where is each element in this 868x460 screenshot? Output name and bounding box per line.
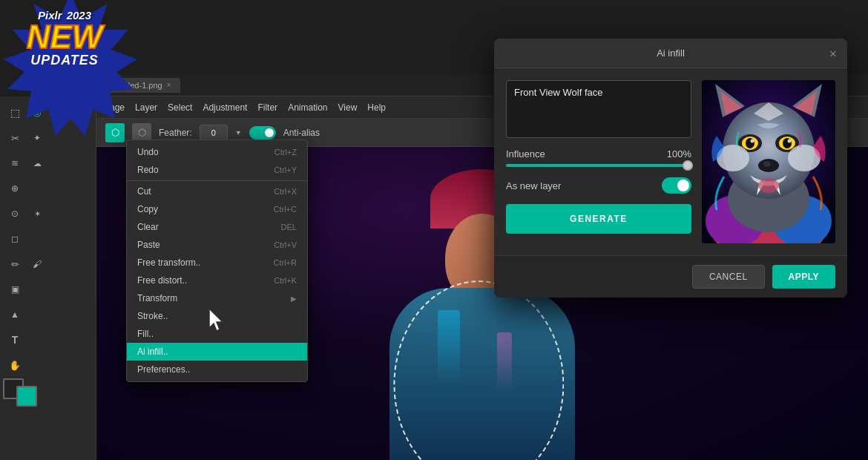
globe-tool-icon[interactable]: ⊙ [4, 203, 25, 224]
badge-updates-label: UPDATES [5, 53, 124, 68]
menu-item-preferences[interactable]: Preferences.. [127, 361, 307, 378]
influence-label: Influence [506, 148, 545, 160]
dialog-controls: Front View Wolf face Influence 100% As n… [506, 80, 691, 243]
dialog-titlebar: Ai infill × [494, 39, 847, 68]
fill-tool-icon[interactable]: ▣ [4, 279, 25, 300]
pixlr-badge: Pixlr 2023 NEW UPDATES [0, 0, 152, 152]
menu-item-free-transform[interactable]: Free transform.. Ctrl+R [127, 254, 307, 272]
menu-select[interactable]: Select [168, 102, 192, 113]
influence-slider-fill [506, 164, 691, 167]
new-layer-row: As new layer [506, 177, 691, 194]
antialias-label: Anti-alias [283, 128, 320, 138]
tool-row-3: ≋ ☁ [3, 151, 93, 175]
tool-row-5: ⊙ ✶ [3, 202, 93, 226]
menu-view[interactable]: View [338, 102, 358, 113]
tool-row-11: ✋ [3, 353, 93, 377]
tool-row-4: ⊕ [3, 177, 93, 200]
tool-row-9: ▲ [3, 303, 93, 326]
jacket-highlight-1 [438, 310, 460, 384]
influence-slider-track[interactable] [506, 164, 691, 167]
wolf-illustration [702, 80, 835, 243]
cursor-svg [209, 309, 230, 334]
svg-point-25 [758, 178, 779, 193]
influence-slider-thumb[interactable] [683, 160, 693, 171]
paint-tool-icon[interactable]: 🖌 [27, 254, 47, 275]
jacket-highlight-2 [497, 332, 512, 392]
blur-tool-icon[interactable]: ≋ [4, 153, 25, 174]
dialog-title: Ai infill [657, 47, 685, 59]
new-layer-toggle[interactable] [662, 177, 691, 194]
ai-infill-dialog: Ai infill × Front View Wolf face Influen… [494, 39, 847, 298]
clone-tool-icon[interactable]: ⊕ [4, 178, 25, 199]
influence-value: 100% [667, 148, 691, 160]
badge-text-content: Pixlr 2023 NEW UPDATES [5, 10, 124, 68]
menu-item-ai-infill[interactable]: Ai infill.. [127, 343, 307, 361]
shape-tool-icon[interactable]: ▲ [4, 304, 25, 325]
menu-item-clear[interactable]: Clear DEL [127, 218, 307, 236]
woman-jacket [389, 288, 575, 460]
prompt-textarea[interactable]: Front View Wolf face [506, 80, 691, 138]
filter-tool-icon[interactable]: ✶ [27, 203, 47, 224]
menu-item-undo[interactable]: Undo Ctrl+Z [127, 143, 307, 161]
feather-down-arrow: ▼ [235, 129, 242, 137]
context-separator-1 [127, 180, 307, 181]
menu-help[interactable]: Help [367, 102, 386, 113]
dialog-body: Front View Wolf face Influence 100% As n… [494, 68, 847, 255]
generate-button[interactable]: GENERATE [506, 204, 691, 234]
background-color-swatch[interactable] [16, 386, 37, 407]
influence-section: Influence 100% [506, 148, 691, 167]
menu-adjustment[interactable]: Adjustment [203, 102, 247, 113]
hand-tool-icon[interactable]: ✋ [4, 355, 25, 375]
antialias-toggle[interactable] [249, 126, 276, 139]
brush-tool-icon[interactable]: ✏ [4, 254, 25, 275]
new-layer-label: As new layer [506, 180, 561, 191]
smudge-tool-icon[interactable]: ☁ [27, 153, 47, 174]
svg-point-22 [763, 161, 771, 167]
menu-item-cut[interactable]: Cut Ctrl+X [127, 183, 307, 200]
cursor-pointer [209, 309, 230, 337]
menu-item-transform[interactable]: Transform ▶ [127, 289, 307, 307]
menu-item-paste[interactable]: Paste Ctrl+V [127, 236, 307, 254]
text-tool-icon[interactable]: T [4, 329, 25, 350]
feather-input[interactable] [200, 125, 228, 141]
menu-animation[interactable]: Animation [288, 102, 327, 113]
tool-row-7: ✏ 🖌 [3, 252, 93, 276]
dialog-footer: CANCEL APPLY [494, 255, 847, 298]
menu-item-free-distort[interactable]: Free distort.. Ctrl+K [127, 272, 307, 289]
menu-item-redo[interactable]: Redo Ctrl+Y [127, 161, 307, 179]
menu-item-copy[interactable]: Copy Ctrl+C [127, 200, 307, 218]
wolf-preview-container [702, 80, 835, 243]
tab-close-icon[interactable]: × [167, 81, 171, 89]
svg-marker-0 [209, 309, 223, 331]
tool-row-color [3, 378, 47, 408]
svg-point-18 [788, 139, 792, 143]
badge-new-label: NEW [5, 22, 124, 52]
tool-row-10: T [3, 328, 93, 352]
context-menu: Undo Ctrl+Z Redo Ctrl+Y Cut Ctrl+X Copy … [126, 139, 308, 382]
menu-filter[interactable]: Filter [257, 102, 277, 113]
eraser-tool-icon[interactable]: ◻ [4, 229, 25, 249]
apply-button[interactable]: APPLY [772, 265, 835, 289]
cancel-button[interactable]: CANCEL [692, 265, 765, 289]
influence-row: Influence 100% [506, 148, 691, 160]
feather-label: Feather: [159, 128, 192, 138]
tool-row-8: ▣ [3, 277, 93, 301]
toggle-thumb [677, 180, 689, 191]
svg-point-17 [751, 139, 754, 143]
tool-row-6: ◻ [3, 227, 93, 251]
dialog-close-button[interactable]: × [829, 47, 837, 59]
